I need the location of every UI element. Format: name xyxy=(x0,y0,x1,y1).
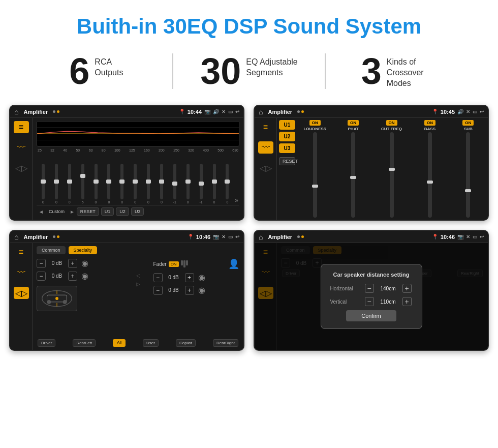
horizontal-plus-btn[interactable]: + xyxy=(402,284,412,293)
c1-vol-icon[interactable]: ◁▷ xyxy=(14,287,29,299)
c1-location-icon: 📍 xyxy=(188,234,194,240)
confirm-btn[interactable]: Confirm xyxy=(346,310,396,321)
crossover-right-col: Fader ON 👤 − 0 dB + xyxy=(153,258,240,337)
amp2-u3-btn[interactable]: U3 xyxy=(279,143,295,153)
eq-slider-10[interactable]: -1 xyxy=(169,164,180,204)
home-icon[interactable]: ⌂ xyxy=(14,108,18,116)
eq-slider-2[interactable]: 0 xyxy=(64,164,75,204)
eq-reset-btn[interactable]: RESET xyxy=(77,207,99,216)
distance-dialog: Car speaker distance setting Horizontal … xyxy=(321,264,422,329)
eq-prev-btn[interactable]: ◄ xyxy=(39,209,44,215)
user-btn[interactable]: User xyxy=(143,339,159,347)
eq-slider-12[interactable]: -1 xyxy=(196,164,207,204)
rearright-btn[interactable]: RearRight xyxy=(213,339,238,347)
sub-slider[interactable] xyxy=(466,132,470,218)
c1-eq-icon[interactable]: ≡ xyxy=(14,246,29,258)
cutfreq-label: CUT FREQ xyxy=(381,127,402,131)
c2-battery-icon: ▭ xyxy=(473,234,477,240)
eq-slider-7[interactable]: 0 xyxy=(130,164,141,204)
eq-slider-9[interactable]: 0 xyxy=(156,164,167,204)
loudness-on-btn[interactable]: ON xyxy=(309,120,321,126)
eq-slider-13[interactable]: 0 xyxy=(209,164,220,204)
eq-slider-4[interactable]: 0 xyxy=(90,164,102,204)
eq-slider-1[interactable]: 0 xyxy=(51,164,62,204)
eq-slider-5[interactable]: 0 xyxy=(103,164,114,204)
eq-slider-3[interactable]: 5 xyxy=(77,164,88,204)
phat-slider[interactable] xyxy=(351,132,355,218)
horizontal-minus-btn[interactable]: − xyxy=(365,284,374,293)
db2-plus-btn[interactable]: + xyxy=(185,273,194,282)
page-header: Buith-in 30EQ DSP Sound System xyxy=(0,0,498,48)
tab-common[interactable]: Common xyxy=(37,246,66,254)
rearleft-btn[interactable]: RearLeft xyxy=(73,339,96,347)
all-btn[interactable]: All xyxy=(113,339,126,347)
amp2-reset-btn[interactable]: RESET xyxy=(279,157,295,165)
eq-u1-btn[interactable]: U1 xyxy=(101,207,114,216)
eq-slider-0[interactable]: 0 xyxy=(38,164,49,204)
amp2-status-dots xyxy=(297,110,304,113)
cutfreq-slider[interactable] xyxy=(390,132,394,218)
db1-minus-btn[interactable]: − xyxy=(37,272,46,281)
amp2-u2-btn[interactable]: U2 xyxy=(279,132,295,141)
c2-screen-title: Amplifier xyxy=(268,234,292,240)
phat-on-btn[interactable]: ON xyxy=(348,120,359,126)
amp2-wave-icon[interactable]: 〰 xyxy=(258,141,273,154)
eq-icon[interactable]: ≡ xyxy=(14,121,29,133)
copilot-btn[interactable]: Copilot xyxy=(176,339,196,347)
back-icon[interactable]: ↩ xyxy=(235,109,239,114)
crossover-screen-container: ⌂ Amplifier 📍 10:46 📷 ✕ ▭ ↩ ≡ 〰 ◁▷ xyxy=(9,230,244,351)
eq-more-arrow[interactable]: » xyxy=(235,197,238,204)
amp2-u1-btn[interactable]: U1 xyxy=(279,120,295,130)
vertical-minus-btn[interactable]: − xyxy=(365,297,374,306)
amp2-eq-icon[interactable]: ≡ xyxy=(258,121,273,133)
arrow-right-icon: ▷ xyxy=(136,281,140,287)
fader-label: Fader xyxy=(153,261,167,267)
eq-next-btn[interactable]: ► xyxy=(70,209,75,215)
eq-slider-6[interactable]: 0 xyxy=(116,164,128,204)
eq-u2-btn[interactable]: U2 xyxy=(116,207,129,216)
eq-u3-btn[interactable]: U3 xyxy=(131,207,144,216)
stat-label-rca: RCAOutputs xyxy=(95,53,123,78)
db1-plus-btn[interactable]: + xyxy=(68,272,77,281)
stat-number-crossover: 3 xyxy=(361,53,382,89)
wave-icon[interactable]: 〰 xyxy=(14,141,29,154)
eq-slider-8[interactable]: 0 xyxy=(143,164,154,204)
bass-slider[interactable] xyxy=(428,132,432,218)
horizontal-val: 140cm xyxy=(378,286,398,291)
c1-time: 10:46 xyxy=(196,234,210,240)
loudness-slider[interactable] xyxy=(313,132,317,218)
driver-btn[interactable]: Driver xyxy=(38,339,55,347)
vol-icon[interactable]: ◁▷ xyxy=(14,162,29,174)
crossover-dialog-screen-container: ⌂ Amplifier 📍 10:46 📷 ✕ ▭ ↩ ≡ 〰 ◁▷ xyxy=(254,230,489,351)
c1-wave-icon[interactable]: 〰 xyxy=(14,266,29,279)
sub-on-btn[interactable]: ON xyxy=(462,120,474,126)
eq-slider-11[interactable]: 0 xyxy=(182,164,194,204)
tab-specialty[interactable]: Specialty xyxy=(69,246,98,254)
db0-minus-btn[interactable]: − xyxy=(37,259,46,268)
stat-label-eq: EQ AdjustableSegments xyxy=(246,53,297,78)
db-row-2: − 0 dB + ◉ xyxy=(153,273,240,282)
amp2-vol-icon[interactable]: ◁▷ xyxy=(258,162,273,174)
amp2-home-icon[interactable]: ⌂ xyxy=(259,108,263,116)
cutfreq-on-btn[interactable]: ON xyxy=(386,120,397,126)
db2-minus-btn[interactable]: − xyxy=(153,273,163,282)
stat-crossover: 3 Kinds ofCrossover Modes xyxy=(336,53,468,89)
c2-back-icon[interactable]: ↩ xyxy=(480,234,484,240)
amp2-channels: ON LOUDNESS ON PHAT ON CUT FREQ xyxy=(297,120,486,218)
a2-back-icon[interactable]: ↩ xyxy=(480,109,484,114)
c2-home-icon[interactable]: ⌂ xyxy=(259,233,263,241)
vertical-plus-btn[interactable]: + xyxy=(402,297,412,306)
c1-home-icon[interactable]: ⌂ xyxy=(14,233,18,241)
eq-slider-14[interactable]: 0 xyxy=(222,164,233,204)
amp2-status-bar: ⌂ Amplifier 📍 10:45 🔊 ✕ ▭ ↩ xyxy=(255,106,488,118)
fader-on-btn[interactable]: ON xyxy=(169,261,179,267)
c1-back-icon[interactable]: ↩ xyxy=(235,234,239,240)
db0-plus-btn[interactable]: + xyxy=(68,259,77,268)
amp2-sidebar: ≡ 〰 ◁▷ xyxy=(255,118,277,220)
svg-point-8 xyxy=(55,297,58,300)
db3-plus-btn[interactable]: + xyxy=(185,286,194,295)
dot-d2 xyxy=(301,235,304,238)
stat-label-crossover: Kinds ofCrossover Modes xyxy=(387,53,443,88)
db3-minus-btn[interactable]: − xyxy=(153,286,163,295)
bass-on-btn[interactable]: ON xyxy=(424,120,435,126)
